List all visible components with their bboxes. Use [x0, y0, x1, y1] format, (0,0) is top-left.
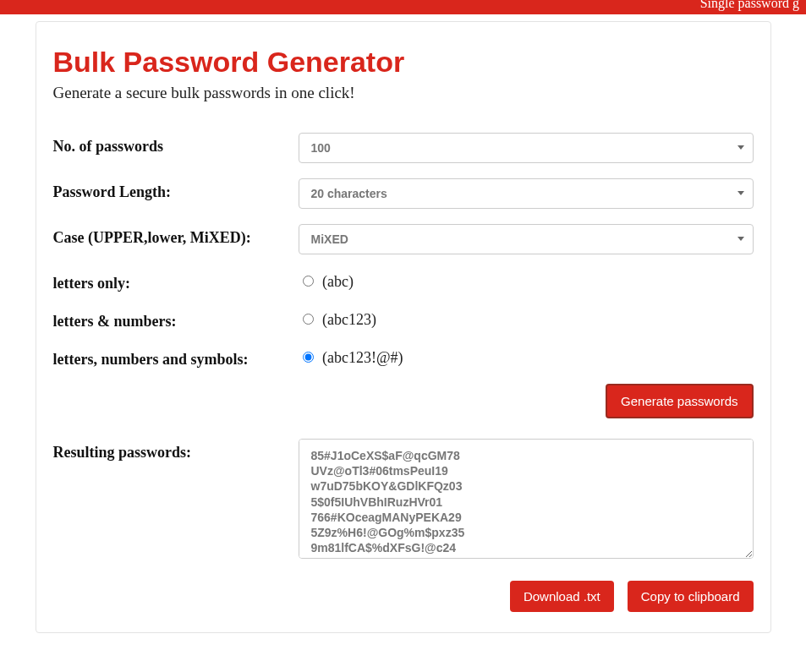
action-buttons-row: Download .txt Copy to clipboard — [53, 581, 754, 612]
select-length[interactable]: 20 characters — [299, 178, 754, 209]
radio-letters-numbers-example: (abc123) — [322, 311, 376, 328]
generator-panel: Bulk Password Generator Generate a secur… — [36, 21, 771, 633]
label-letters-numbers: letters & numbers: — [53, 308, 299, 331]
page-title: Bulk Password Generator — [53, 46, 754, 79]
select-count[interactable]: 100 — [299, 133, 754, 163]
radio-all-wrap[interactable]: (abc123!@#) — [299, 349, 403, 366]
label-case: Case (UPPER,lower, MiXED): — [53, 224, 299, 247]
radio-letters-numbers[interactable] — [303, 314, 314, 325]
results-textarea[interactable] — [299, 439, 754, 559]
page-subtitle: Generate a secure bulk passwords in one … — [53, 84, 754, 102]
row-case: Case (UPPER,lower, MiXED): MiXED — [53, 224, 754, 254]
copy-button[interactable]: Copy to clipboard — [628, 581, 754, 612]
row-letters-numbers-symbols: letters, numbers and symbols: (abc123!@#… — [53, 346, 754, 369]
radio-all-example: (abc123!@#) — [322, 349, 403, 366]
radio-letters-only-example: (abc) — [322, 273, 354, 290]
label-count: No. of passwords — [53, 133, 299, 156]
row-length: Password Length: 20 characters — [53, 178, 754, 209]
row-count: No. of passwords 100 — [53, 133, 754, 163]
generate-button[interactable]: Generate passwords — [606, 384, 753, 418]
label-length: Password Length: — [53, 178, 299, 201]
row-results: Resulting passwords: — [53, 439, 754, 562]
radio-letters-only[interactable] — [303, 276, 314, 287]
generate-row: Generate passwords — [53, 384, 754, 418]
download-button[interactable]: Download .txt — [510, 581, 614, 612]
row-letters-numbers: letters & numbers: (abc123) — [53, 308, 754, 331]
radio-letters-numbers-wrap[interactable]: (abc123) — [299, 311, 376, 328]
single-password-link[interactable]: Single password g — [700, 0, 799, 10]
label-letters-only: letters only: — [53, 270, 299, 292]
select-case[interactable]: MiXED — [299, 224, 754, 254]
label-letters-numbers-symbols: letters, numbers and symbols: — [53, 346, 299, 369]
radio-letters-numbers-symbols[interactable] — [303, 352, 314, 363]
radio-letters-only-wrap[interactable]: (abc) — [299, 273, 354, 290]
top-header-bar: Single password g — [0, 0, 806, 14]
row-letters-only: letters only: (abc) — [53, 270, 754, 292]
label-results: Resulting passwords: — [53, 439, 299, 462]
